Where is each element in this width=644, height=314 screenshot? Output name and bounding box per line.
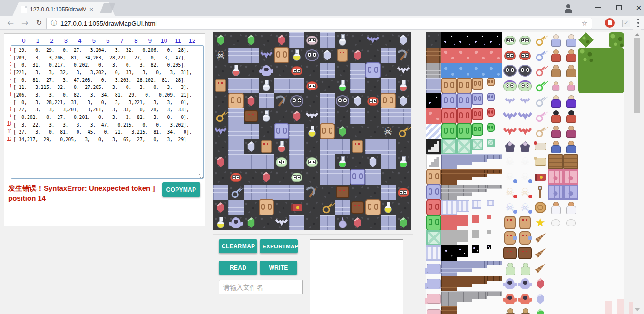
tileset-cell-fig[interactable] (563, 124, 578, 139)
tileset-cell-key[interactable] (533, 63, 548, 78)
tileset-cell-tree[interactable] (578, 48, 624, 93)
tileset-cell-sqstar[interactable] (487, 245, 491, 249)
tileset-cell-blobw[interactable] (548, 215, 563, 230)
tileset-cell-sq[interactable] (457, 215, 468, 226)
tileset-cell-wing[interactable] (533, 245, 548, 261)
tileset-cell-fig[interactable] (517, 261, 533, 276)
tileset-cell-bat[interactable] (502, 124, 517, 139)
tileset-cell-tealt[interactable] (426, 230, 441, 245)
tileset-cell-door[interactable] (472, 124, 483, 135)
tileset-cell-blobdark[interactable] (517, 63, 533, 78)
tileset-cell-blob[interactable] (502, 48, 517, 63)
tileset-cell-bwater[interactable] (472, 63, 487, 78)
tileset-cell-pillar[interactable] (472, 200, 481, 209)
tileset-cell-fig[interactable] (563, 93, 578, 108)
browser-menu-icon[interactable] (637, 19, 639, 27)
tileset-cell-key[interactable] (533, 108, 548, 124)
tileset-cell-door[interactable] (487, 124, 495, 131)
tileset-cell-sq[interactable] (441, 230, 457, 245)
tileset-cell-gwall[interactable] (457, 291, 472, 302)
tileset-cell-golem[interactable] (502, 230, 517, 245)
tileset-cell-coin[interactable] (533, 200, 548, 215)
tileset-cell-door[interactable] (472, 108, 483, 120)
tileset-cell-wingt[interactable] (426, 306, 441, 314)
minimize-button[interactable] (590, 0, 606, 15)
scrollbar-thumb[interactable] (634, 38, 640, 113)
tileset-cell-fig[interactable] (563, 32, 578, 48)
tileset-cell-key[interactable] (533, 93, 548, 108)
filename-input[interactable] (219, 280, 303, 294)
tileset-cell-door[interactable] (426, 200, 441, 215)
tileset-cell-door[interactable] (457, 93, 472, 108)
tileset-cell-door[interactable] (441, 93, 457, 108)
tileset-cell-floor[interactable] (426, 32, 441, 48)
tileset-cell-fig[interactable] (548, 48, 563, 63)
tileset-cell-face[interactable] (517, 245, 533, 261)
matrix-textarea[interactable] (11, 45, 204, 179)
url-bar[interactable]: 127.0.0.1:1055/drawMapGUI.html (46, 18, 592, 29)
tileset-cell-tealt[interactable] (441, 139, 457, 154)
tileset-cell-door[interactable] (487, 108, 495, 116)
tileset[interactable] (426, 32, 624, 314)
tileset-cell-golem[interactable] (517, 215, 533, 230)
tileset-cell-door[interactable] (441, 78, 457, 93)
tileset-cell-fig[interactable] (563, 63, 578, 78)
tileset-cell-fig[interactable] (548, 200, 563, 215)
tileset-cell-stairs[interactable] (426, 139, 441, 154)
tileset-cell-bwater[interactable] (441, 63, 457, 78)
tileset-cell-bat[interactable] (502, 93, 517, 108)
close-button[interactable] (631, 0, 644, 15)
tileset-cell-fig[interactable] (548, 32, 563, 48)
tileset-cell-sq[interactable] (441, 215, 457, 230)
tileset-cell-vamp[interactable] (502, 139, 517, 154)
extension-hand-icon[interactable] (605, 18, 615, 28)
tileset-cell-face[interactable] (502, 245, 517, 261)
info-icon[interactable] (51, 19, 57, 28)
tileset-cell-gem[interactable] (533, 306, 548, 314)
tileset-cell-bwall[interactable] (472, 261, 487, 268)
tileset-cell-key[interactable] (533, 78, 548, 93)
tileset-cell-ghost[interactable] (502, 291, 517, 306)
tileset-cell-fig[interactable] (563, 200, 578, 215)
tileset-cell-brwall[interactable] (441, 276, 457, 291)
tileset-cell-fig[interactable] (548, 93, 563, 108)
tileset-cell-door[interactable] (472, 93, 483, 105)
tileset-cell-skel[interactable] (502, 154, 517, 169)
tileset-cell-brwall[interactable] (487, 169, 502, 174)
tileset-cell-bat[interactable] (517, 124, 533, 139)
textarea-resize-handle[interactable] (199, 174, 203, 178)
tileset-cell-bwater[interactable] (487, 63, 502, 78)
tileset-cell-bwall[interactable] (457, 261, 472, 272)
tileset-cell-ghost[interactable] (502, 276, 517, 291)
tileset-cell-gwall[interactable] (441, 185, 457, 200)
tileset-cell-rcloud[interactable] (487, 48, 502, 63)
tileset-cell-vamp[interactable] (517, 139, 533, 154)
tileset-cell-blob[interactable] (517, 48, 533, 63)
tileset-cell-door[interactable] (487, 93, 495, 101)
write-button[interactable]: WRITE (260, 261, 297, 275)
map-canvas[interactable] (213, 32, 411, 230)
exportmap-button[interactable]: EXPORTMAP (260, 239, 298, 253)
tileset-cell-fig[interactable] (563, 48, 578, 63)
tileset-cell-brwall[interactable] (457, 276, 472, 287)
tileset-cell-gwall[interactable] (472, 291, 487, 299)
tileset-cell-fig[interactable] (563, 139, 578, 154)
tileset-cell-tealt[interactable] (487, 139, 495, 147)
tileset-cell-stairsl[interactable] (426, 154, 441, 169)
tileset-cell-fig[interactable] (517, 306, 533, 314)
tileset-cell-bat[interactable] (517, 93, 533, 108)
scrollbar-up-icon[interactable] (635, 33, 640, 36)
tileset-cell-fig[interactable] (548, 78, 563, 93)
tileset-cell-rcloud[interactable] (472, 48, 487, 63)
tileset-cell-skel[interactable] (502, 169, 517, 185)
tileset-cell-pillar[interactable] (441, 200, 457, 215)
tileset-cell-golem[interactable] (517, 230, 533, 245)
tileset-cell-tree[interactable] (609, 32, 624, 48)
tileset-cell-bwall[interactable] (487, 154, 502, 159)
tileset-cell-tealt[interactable] (457, 139, 472, 154)
tileset-cell-blob[interactable] (502, 32, 517, 48)
tileset-cell-bwater[interactable] (457, 63, 472, 78)
tileset-cell-sign[interactable] (548, 154, 563, 169)
tileset-cell-gwall[interactable] (472, 185, 487, 192)
extension-check-icon[interactable] (622, 20, 630, 27)
